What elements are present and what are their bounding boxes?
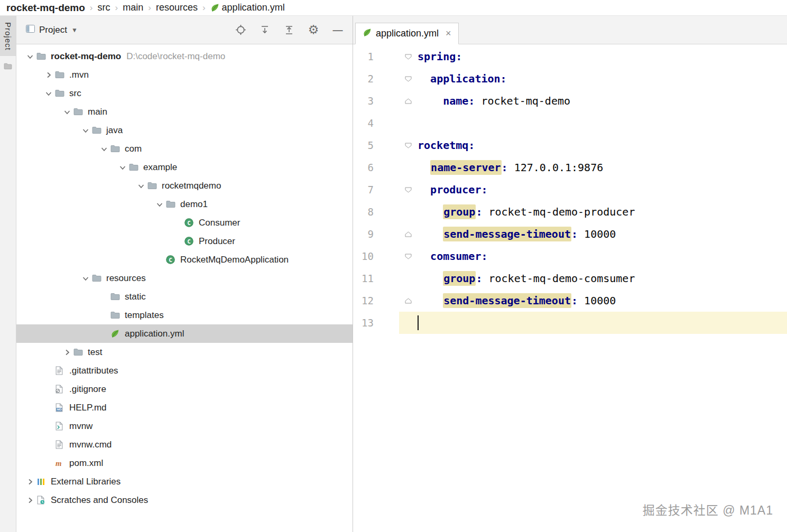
chevron-down-icon[interactable]: ▼ <box>71 26 78 34</box>
line-number: 13 <box>353 317 374 329</box>
tree-item-label: java <box>106 125 123 136</box>
breadcrumb-item-resources[interactable]: resources <box>156 2 198 13</box>
svg-text:C: C <box>169 257 172 264</box>
fold-end-icon[interactable] <box>399 298 418 304</box>
tree-item-gitignore[interactable]: .gitignore <box>16 380 353 398</box>
hide-panel-icon[interactable]: — <box>331 24 344 36</box>
tab-application-yml[interactable]: application.yml × <box>355 23 459 44</box>
project-panel-title[interactable]: Project <box>39 25 67 35</box>
chevron-down-icon[interactable] <box>98 144 110 153</box>
editor: application.yml × 1spring:2 application:… <box>353 16 787 532</box>
chevron-spacer <box>42 440 55 449</box>
tree-item-gitattributes[interactable]: .gitattributes <box>16 361 353 380</box>
code-line-7[interactable]: 7 producer: <box>353 179 787 201</box>
chevron-spacer <box>172 237 184 246</box>
chevron-down-icon[interactable] <box>153 200 166 209</box>
tree-item-example[interactable]: example <box>16 158 353 176</box>
chevron-right-icon[interactable] <box>61 348 73 357</box>
breadcrumb-separator: › <box>90 3 93 13</box>
tree-item-producer[interactable]: CProducer <box>16 232 353 250</box>
tree-item-java[interactable]: java <box>16 121 353 139</box>
code-line-8[interactable]: 8 group: rocket-mq-demo-producer <box>353 201 787 223</box>
chevron-down-icon[interactable] <box>116 163 129 172</box>
breadcrumb-label: resources <box>156 2 198 13</box>
fold-start-icon[interactable] <box>399 143 418 148</box>
line-number: 7 <box>353 184 374 195</box>
tree-item-label: mvnw <box>69 421 92 432</box>
folder-icon <box>147 182 161 190</box>
code-line-1[interactable]: 1spring: <box>353 45 787 68</box>
tree-item-rocketmqdemo[interactable]: rocketmqdemo <box>16 176 353 195</box>
code-line-2[interactable]: 2 application: <box>353 68 787 90</box>
fold-end-icon[interactable] <box>399 231 418 237</box>
tree-item-scratches-and-consoles[interactable]: Scratches and Consoles <box>16 491 353 509</box>
tree-item-label: resources <box>106 273 146 284</box>
fold-start-icon[interactable] <box>399 254 418 259</box>
project-tool-window-button[interactable]: Project <box>0 16 16 56</box>
chevron-spacer <box>42 403 55 412</box>
breadcrumb-item-main[interactable]: main <box>123 2 143 13</box>
code-line-4[interactable]: 4 <box>353 112 787 134</box>
locate-icon[interactable] <box>234 24 247 36</box>
close-icon[interactable]: × <box>446 28 451 39</box>
tree-item-src[interactable]: src <box>16 84 353 102</box>
chevron-right-icon[interactable] <box>42 70 55 79</box>
libraries-icon <box>36 478 50 486</box>
tree-item-label: application.yml <box>125 329 184 339</box>
code-text: application: <box>418 72 507 85</box>
code-line-10[interactable]: 10 comsumer: <box>353 245 787 267</box>
code-line-11[interactable]: 11 group: rocket-mq-demo-comsumer <box>353 267 787 290</box>
folder-icon <box>92 126 105 134</box>
fold-start-icon[interactable] <box>399 76 418 82</box>
tree-item-com[interactable]: com <box>16 139 353 158</box>
tree-item-consumer[interactable]: CConsumer <box>16 213 353 232</box>
tree-item-templates[interactable]: templates <box>16 306 353 324</box>
project-panel-header: Project ▼ ⚙— <box>16 16 353 44</box>
tree-item-static[interactable]: static <box>16 287 353 306</box>
tree-item-rocketmqdemoapplication[interactable]: CRocketMqDemoApplication <box>16 250 353 269</box>
editor-code-area[interactable]: 1spring:2 application:3 name: rocket-mq-… <box>353 44 787 532</box>
tree-item-mvnw[interactable]: mvnw <box>16 417 353 435</box>
breadcrumb-item-rocket-mq-demo[interactable]: rocket-mq-demo <box>6 2 85 14</box>
chevron-right-icon[interactable] <box>24 477 36 486</box>
code-line-5[interactable]: 5rocketmq: <box>353 134 787 156</box>
tree-item-label: rocket-mq-demo <box>51 51 121 62</box>
breadcrumb-item-src[interactable]: src <box>98 2 110 13</box>
code-line-12[interactable]: 12 send-message-timeout: 10000 <box>353 290 787 312</box>
chevron-down-icon[interactable] <box>24 52 36 61</box>
code-line-9[interactable]: 9 send-message-timeout: 10000 <box>353 223 787 245</box>
tree-item-resources[interactable]: resources <box>16 269 353 287</box>
collapse-all-icon[interactable] <box>283 24 295 36</box>
tree-item-external-libraries[interactable]: External Libraries <box>16 472 353 491</box>
settings-gear-icon[interactable]: ⚙ <box>307 24 320 36</box>
panel-toolbar: ⚙— <box>234 24 344 36</box>
folder-icon[interactable] <box>4 62 12 72</box>
fold-start-icon[interactable] <box>399 54 418 60</box>
chevron-down-icon[interactable] <box>135 181 147 190</box>
chevron-down-icon[interactable] <box>42 89 55 98</box>
tree-item-rocket-mq-demo[interactable]: rocket-mq-demoD:\code\rocket-mq-demo <box>16 47 353 66</box>
tree-item-mvnw-cmd[interactable]: mvnw.cmd <box>16 435 353 454</box>
tree-item-pom-xml[interactable]: mpom.xml <box>16 454 353 472</box>
expand-all-icon[interactable] <box>258 24 271 36</box>
tree-item-application-yml[interactable]: application.yml <box>16 324 353 343</box>
code-line-3[interactable]: 3 name: rocket-mq-demo <box>353 90 787 112</box>
chevron-down-icon[interactable] <box>79 274 92 283</box>
tree-item-label: RocketMqDemoApplication <box>180 255 289 265</box>
tree-item-test[interactable]: test <box>16 343 353 361</box>
chevron-down-icon[interactable] <box>61 107 73 116</box>
breadcrumb-item-application-yml[interactable]: application.yml <box>210 2 285 13</box>
code-line-6[interactable]: 6 name-server: 127.0.0.1:9876 <box>353 156 787 179</box>
breadcrumb-label: main <box>123 2 143 13</box>
fold-start-icon[interactable] <box>399 187 418 193</box>
fold-end-icon[interactable] <box>399 98 418 104</box>
tree-item-label: Scratches and Consoles <box>51 495 148 506</box>
code-text: comsumer: <box>418 250 487 263</box>
chevron-right-icon[interactable] <box>24 496 36 505</box>
code-line-13[interactable]: 13 <box>353 312 787 334</box>
tree-item-main[interactable]: main <box>16 102 353 121</box>
tree-item-demo1[interactable]: demo1 <box>16 195 353 213</box>
tree-item-help-md[interactable]: MDHELP.md <box>16 398 353 417</box>
tree-item-mvn[interactable]: .mvn <box>16 66 353 84</box>
chevron-down-icon[interactable] <box>79 126 92 135</box>
